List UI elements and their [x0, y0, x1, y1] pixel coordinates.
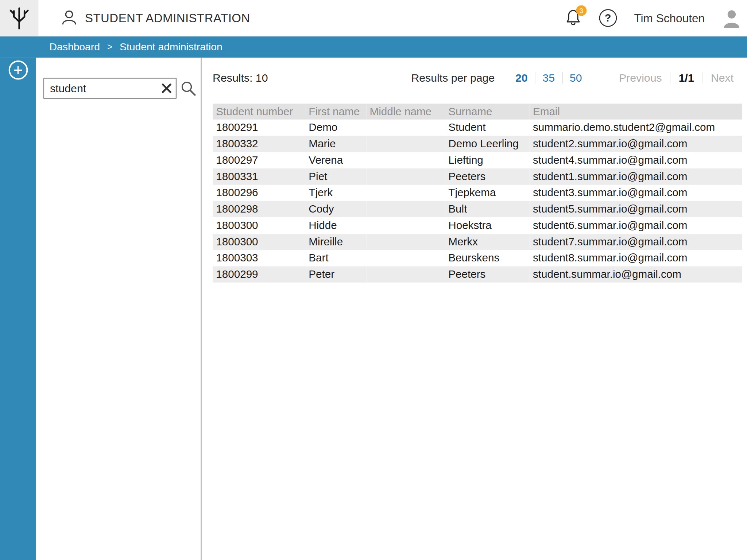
cell-email: student5.summar.io@gmail.com [530, 201, 742, 217]
column-header-middle-name: Middle name [366, 104, 445, 119]
x-clear-icon [161, 82, 173, 94]
cell-student-number: 1800297 [213, 152, 305, 168]
cell-middle-name [366, 234, 445, 250]
notifications-button[interactable]: 3 [565, 8, 582, 28]
column-header-student-number: Student number [213, 104, 305, 119]
cell-first-name: Tjerk [305, 185, 366, 201]
search-box [43, 78, 177, 99]
question-mark-icon: ? [605, 12, 611, 24]
cell-middle-name [366, 152, 445, 168]
cell-student-number: 1800298 [213, 201, 305, 217]
search-icon [180, 80, 197, 97]
previous-page-button[interactable]: Previous [610, 71, 670, 84]
results-area: Results: 10 Results per page 20 35 50 Pr… [205, 58, 747, 560]
cell-student-number: 1800291 [213, 120, 305, 136]
table-row[interactable]: 1800300HiddeHoekstrastudent6.summar.io@g… [213, 217, 742, 234]
breadcrumb-separator: > [107, 42, 113, 52]
cell-surname: Student [445, 120, 530, 136]
table-row[interactable]: 1800296TjerkTjepkemastudent3.summar.io@g… [213, 185, 742, 201]
cell-middle-name [366, 217, 445, 234]
cell-student-number: 1800332 [213, 136, 305, 152]
cell-first-name: Piet [305, 168, 366, 185]
user-avatar[interactable] [722, 8, 742, 28]
cell-student-number: 1800300 [213, 234, 305, 250]
cell-email: student.summar.io@gmail.com [530, 266, 742, 283]
cell-surname: Merkx [445, 234, 530, 250]
cell-first-name: Hidde [305, 217, 366, 234]
cell-first-name: Bart [305, 250, 366, 267]
cell-student-number: 1800331 [213, 168, 305, 185]
table-row[interactable]: 1800303BartBeurskensstudent8.summar.io@g… [213, 250, 742, 267]
results-toolbar: Results: 10 Results per page 20 35 50 Pr… [213, 68, 742, 88]
results-table: Student number First name Middle name Su… [213, 104, 742, 283]
student-administration-app: STUDENT ADMINISTRATION 3 ? Tim Schouten [0, 0, 747, 560]
cell-student-number: 1800299 [213, 266, 305, 283]
search-panel [36, 58, 202, 560]
cell-first-name: Mireille [305, 234, 366, 250]
user-name[interactable]: Tim Schouten [634, 11, 705, 25]
page-indicator: 1/1 [671, 71, 702, 84]
help-button[interactable]: ? [599, 9, 617, 27]
cell-email: student4.summar.io@gmail.com [530, 152, 742, 168]
cell-first-name: Marie [305, 136, 366, 152]
cell-email: student1.summar.io@gmail.com [530, 168, 742, 185]
search-input[interactable] [43, 78, 177, 99]
table-row[interactable]: 1800300MireilleMerkxstudent7.summar.io@g… [213, 234, 742, 250]
pagination-controls: Results per page 20 35 50 Previous 1/1 N… [411, 71, 742, 84]
per-page-option-50[interactable]: 50 [562, 71, 589, 84]
header: STUDENT ADMINISTRATION 3 ? Tim Schouten [0, 0, 747, 36]
cell-surname: Demo Leerling [445, 136, 530, 152]
add-student-button[interactable]: + [8, 61, 28, 80]
cell-student-number: 1800300 [213, 217, 305, 234]
table-row[interactable]: 1800291DemoStudentsummario.demo.student2… [213, 120, 742, 136]
results-count: Results: 10 [213, 71, 268, 84]
per-page-option-20[interactable]: 20 [508, 71, 535, 84]
table-row[interactable]: 1800298CodyBultstudent5.summar.io@gmail.… [213, 201, 742, 217]
bell-icon [565, 19, 582, 27]
cell-email: summario.demo.student2@gmail.com [530, 120, 742, 136]
search-row [43, 78, 201, 99]
cell-middle-name [366, 185, 445, 201]
breadcrumb-dashboard[interactable]: Dashboard [50, 41, 100, 53]
cell-student-number: 1800303 [213, 250, 305, 267]
table-row[interactable]: 1800299PeterPeetersstudent.summar.io@gma… [213, 266, 742, 283]
cell-first-name: Peter [305, 266, 366, 283]
cell-first-name: Verena [305, 152, 366, 168]
cell-middle-name [366, 136, 445, 152]
next-page-button[interactable]: Next [702, 71, 742, 84]
cell-surname: Hoekstra [445, 217, 530, 234]
search-submit-button[interactable] [180, 80, 197, 97]
pager: Previous 1/1 Next [610, 71, 742, 84]
table-row[interactable]: 1800297VerenaLieftingstudent4.summar.io@… [213, 152, 742, 168]
per-page-option-35[interactable]: 35 [535, 71, 562, 84]
cell-middle-name [366, 120, 445, 136]
column-header-surname: Surname [445, 104, 530, 119]
app-logo[interactable] [0, 0, 38, 36]
cell-email: student2.summar.io@gmail.com [530, 136, 742, 152]
cell-surname: Bult [445, 201, 530, 217]
cell-surname: Peeters [445, 168, 530, 185]
clear-search-button[interactable] [161, 82, 173, 94]
cell-first-name: Cody [305, 201, 366, 217]
cell-surname: Liefting [445, 152, 530, 168]
table-row[interactable]: 1800331PietPeetersstudent1.summar.io@gma… [213, 168, 742, 185]
cell-student-number: 1800296 [213, 185, 305, 201]
cell-middle-name [366, 201, 445, 217]
header-right: 3 ? Tim Schouten [565, 0, 742, 36]
cell-email: student6.summar.io@gmail.com [530, 217, 742, 234]
student-person-icon [61, 9, 77, 27]
cell-surname: Peeters [445, 266, 530, 283]
notification-badge: 3 [576, 5, 587, 16]
cell-email: student8.summar.io@gmail.com [530, 250, 742, 267]
cell-surname: Tjepkema [445, 185, 530, 201]
title-group: STUDENT ADMINISTRATION [61, 0, 250, 36]
left-rail: + [0, 58, 36, 560]
table-header-row: Student number First name Middle name Su… [213, 104, 742, 119]
cell-surname: Beurskens [445, 250, 530, 267]
table-row[interactable]: 1800332MarieDemo Leerlingstudent2.summar… [213, 136, 742, 152]
page-title: STUDENT ADMINISTRATION [85, 11, 250, 25]
column-header-email: Email [530, 104, 742, 119]
tree-logo-icon [8, 5, 30, 31]
cell-first-name: Demo [305, 120, 366, 136]
results-table-body: 1800291DemoStudentsummario.demo.student2… [213, 120, 742, 283]
